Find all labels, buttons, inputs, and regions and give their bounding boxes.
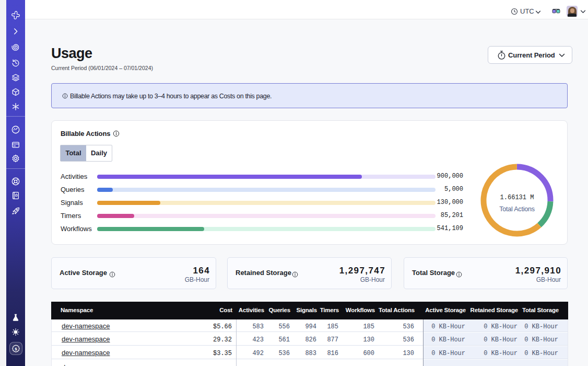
svg-text:$: $ — [15, 347, 17, 351]
